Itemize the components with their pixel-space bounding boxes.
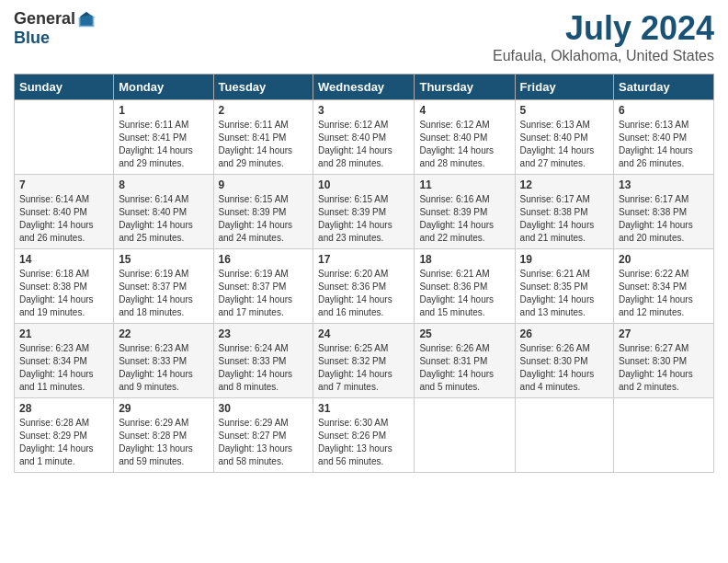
day-number: 12 <box>520 178 609 191</box>
table-row: 20 Sunrise: 6:22 AM Sunset: 8:34 PM Dayl… <box>614 249 714 324</box>
main-title: July 2024 <box>493 9 714 48</box>
day-number: 27 <box>619 327 709 340</box>
table-row: 11 Sunrise: 6:16 AM Sunset: 8:39 PM Dayl… <box>415 175 515 249</box>
header: General Blue July 2024 Eufaula, Oklahoma… <box>14 9 714 64</box>
day-info: Sunrise: 6:15 AM Sunset: 8:39 PM Dayligh… <box>219 193 309 245</box>
logo-icon <box>77 10 96 29</box>
table-row: 17 Sunrise: 6:20 AM Sunset: 8:36 PM Dayl… <box>313 249 415 324</box>
day-number: 26 <box>520 327 609 340</box>
day-number: 30 <box>219 402 309 415</box>
table-row: 1 Sunrise: 6:11 AM Sunset: 8:41 PM Dayli… <box>114 100 213 175</box>
table-row <box>614 398 714 473</box>
col-tuesday: Tuesday <box>213 75 313 100</box>
day-info: Sunrise: 6:30 AM Sunset: 8:26 PM Dayligh… <box>318 417 409 468</box>
day-info: Sunrise: 6:13 AM Sunset: 8:40 PM Dayligh… <box>619 119 709 170</box>
table-row: 31 Sunrise: 6:30 AM Sunset: 8:26 PM Dayl… <box>313 398 415 473</box>
table-row: 22 Sunrise: 6:23 AM Sunset: 8:33 PM Dayl… <box>114 324 213 398</box>
col-thursday: Thursday <box>415 75 515 100</box>
table-row: 7 Sunrise: 6:14 AM Sunset: 8:40 PM Dayli… <box>15 175 114 249</box>
day-number: 28 <box>19 402 108 415</box>
col-saturday: Saturday <box>614 75 714 100</box>
day-number: 18 <box>419 253 509 266</box>
day-info: Sunrise: 6:26 AM Sunset: 8:31 PM Dayligh… <box>419 342 509 394</box>
day-info: Sunrise: 6:25 AM Sunset: 8:32 PM Dayligh… <box>318 342 409 394</box>
day-number: 21 <box>19 327 108 340</box>
day-number: 19 <box>520 253 609 266</box>
table-row: 21 Sunrise: 6:23 AM Sunset: 8:34 PM Dayl… <box>15 324 114 398</box>
day-info: Sunrise: 6:17 AM Sunset: 8:38 PM Dayligh… <box>619 193 709 245</box>
table-row: 19 Sunrise: 6:21 AM Sunset: 8:35 PM Dayl… <box>515 249 613 324</box>
table-row: 12 Sunrise: 6:17 AM Sunset: 8:38 PM Dayl… <box>515 175 613 249</box>
col-sunday: Sunday <box>15 75 114 100</box>
day-number: 9 <box>219 178 309 191</box>
table-row: 18 Sunrise: 6:21 AM Sunset: 8:36 PM Dayl… <box>415 249 515 324</box>
day-number: 25 <box>419 327 509 340</box>
day-number: 29 <box>119 402 208 415</box>
day-info: Sunrise: 6:15 AM Sunset: 8:39 PM Dayligh… <box>318 193 409 245</box>
day-number: 31 <box>318 402 409 415</box>
day-info: Sunrise: 6:22 AM Sunset: 8:34 PM Dayligh… <box>619 268 709 319</box>
table-row: 28 Sunrise: 6:28 AM Sunset: 8:29 PM Dayl… <box>15 398 114 473</box>
col-monday: Monday <box>114 75 213 100</box>
table-row: 2 Sunrise: 6:11 AM Sunset: 8:41 PM Dayli… <box>213 100 313 175</box>
calendar: Sunday Monday Tuesday Wednesday Thursday… <box>14 74 714 473</box>
table-row: 24 Sunrise: 6:25 AM Sunset: 8:32 PM Dayl… <box>313 324 415 398</box>
page: General Blue July 2024 Eufaula, Oklahoma… <box>0 0 728 563</box>
day-info: Sunrise: 6:27 AM Sunset: 8:30 PM Dayligh… <box>619 342 709 394</box>
table-row: 9 Sunrise: 6:15 AM Sunset: 8:39 PM Dayli… <box>213 175 313 249</box>
table-row: 3 Sunrise: 6:12 AM Sunset: 8:40 PM Dayli… <box>313 100 415 175</box>
day-number: 7 <box>19 178 108 191</box>
day-info: Sunrise: 6:29 AM Sunset: 8:27 PM Dayligh… <box>219 417 309 468</box>
calendar-week-row: 7 Sunrise: 6:14 AM Sunset: 8:40 PM Dayli… <box>15 175 714 249</box>
day-number: 14 <box>19 253 108 266</box>
table-row: 14 Sunrise: 6:18 AM Sunset: 8:38 PM Dayl… <box>15 249 114 324</box>
day-info: Sunrise: 6:11 AM Sunset: 8:41 PM Dayligh… <box>219 119 309 170</box>
logo-blue-text: Blue <box>14 29 96 48</box>
day-info: Sunrise: 6:23 AM Sunset: 8:33 PM Dayligh… <box>119 342 208 394</box>
table-row: 30 Sunrise: 6:29 AM Sunset: 8:27 PM Dayl… <box>213 398 313 473</box>
day-number: 13 <box>619 178 709 191</box>
day-info: Sunrise: 6:12 AM Sunset: 8:40 PM Dayligh… <box>419 119 509 170</box>
day-number: 15 <box>119 253 208 266</box>
table-row: 27 Sunrise: 6:27 AM Sunset: 8:30 PM Dayl… <box>614 324 714 398</box>
day-number: 3 <box>318 104 409 117</box>
table-row: 23 Sunrise: 6:24 AM Sunset: 8:33 PM Dayl… <box>213 324 313 398</box>
title-section: July 2024 Eufaula, Oklahoma, United Stat… <box>493 9 714 64</box>
day-number: 16 <box>219 253 309 266</box>
table-row: 15 Sunrise: 6:19 AM Sunset: 8:37 PM Dayl… <box>114 249 213 324</box>
calendar-week-row: 1 Sunrise: 6:11 AM Sunset: 8:41 PM Dayli… <box>15 100 714 175</box>
calendar-header-row: Sunday Monday Tuesday Wednesday Thursday… <box>15 75 714 100</box>
day-number: 6 <box>619 104 709 117</box>
day-number: 22 <box>119 327 208 340</box>
table-row: 10 Sunrise: 6:15 AM Sunset: 8:39 PM Dayl… <box>313 175 415 249</box>
day-info: Sunrise: 6:13 AM Sunset: 8:40 PM Dayligh… <box>520 119 609 170</box>
day-info: Sunrise: 6:21 AM Sunset: 8:35 PM Dayligh… <box>520 268 609 319</box>
table-row: 16 Sunrise: 6:19 AM Sunset: 8:37 PM Dayl… <box>213 249 313 324</box>
calendar-week-row: 28 Sunrise: 6:28 AM Sunset: 8:29 PM Dayl… <box>15 398 714 473</box>
table-row: 5 Sunrise: 6:13 AM Sunset: 8:40 PM Dayli… <box>515 100 613 175</box>
day-number: 10 <box>318 178 409 191</box>
day-number: 20 <box>619 253 709 266</box>
calendar-week-row: 14 Sunrise: 6:18 AM Sunset: 8:38 PM Dayl… <box>15 249 714 324</box>
table-row: 29 Sunrise: 6:29 AM Sunset: 8:28 PM Dayl… <box>114 398 213 473</box>
logo-general-text: General <box>14 9 75 29</box>
day-number: 17 <box>318 253 409 266</box>
day-number: 1 <box>119 104 208 117</box>
day-info: Sunrise: 6:11 AM Sunset: 8:41 PM Dayligh… <box>119 119 208 170</box>
table-row: 26 Sunrise: 6:26 AM Sunset: 8:30 PM Dayl… <box>515 324 613 398</box>
day-number: 2 <box>219 104 309 117</box>
day-info: Sunrise: 6:17 AM Sunset: 8:38 PM Dayligh… <box>520 193 609 245</box>
day-number: 24 <box>318 327 409 340</box>
table-row <box>15 100 114 175</box>
table-row: 13 Sunrise: 6:17 AM Sunset: 8:38 PM Dayl… <box>614 175 714 249</box>
col-wednesday: Wednesday <box>313 75 415 100</box>
day-info: Sunrise: 6:29 AM Sunset: 8:28 PM Dayligh… <box>119 417 208 468</box>
day-info: Sunrise: 6:14 AM Sunset: 8:40 PM Dayligh… <box>119 193 208 245</box>
day-number: 5 <box>520 104 609 117</box>
table-row: 4 Sunrise: 6:12 AM Sunset: 8:40 PM Dayli… <box>415 100 515 175</box>
day-info: Sunrise: 6:20 AM Sunset: 8:36 PM Dayligh… <box>318 268 409 319</box>
day-info: Sunrise: 6:19 AM Sunset: 8:37 PM Dayligh… <box>119 268 208 319</box>
table-row: 6 Sunrise: 6:13 AM Sunset: 8:40 PM Dayli… <box>614 100 714 175</box>
day-number: 23 <box>219 327 309 340</box>
day-info: Sunrise: 6:24 AM Sunset: 8:33 PM Dayligh… <box>219 342 309 394</box>
